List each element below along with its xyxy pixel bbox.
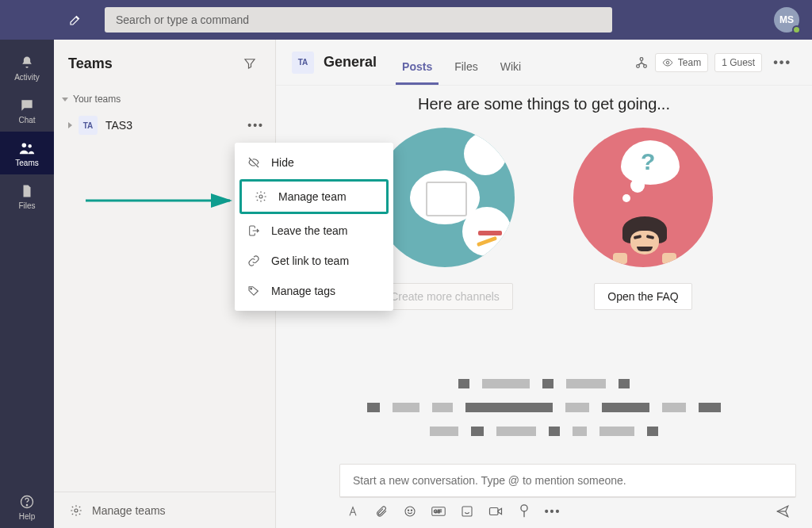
link-icon	[246, 253, 262, 269]
ctx-manage-tags[interactable]: Manage tags	[235, 276, 393, 306]
rail-label: Chat	[18, 116, 35, 124]
svg-point-19	[521, 505, 527, 511]
team-name: TAS3	[105, 119, 244, 132]
presence-available-icon	[792, 25, 801, 34]
svg-point-13	[408, 510, 408, 511]
chat-icon	[18, 97, 36, 114]
svg-point-12	[405, 507, 415, 516]
tag-icon	[246, 283, 262, 299]
svg-rect-18	[490, 508, 499, 515]
leave-icon	[246, 223, 262, 239]
ctx-label: Manage team	[278, 190, 347, 203]
more-icon[interactable]: •••	[546, 504, 560, 518]
attach-icon[interactable]	[374, 504, 389, 518]
rail-activity[interactable]: Activity	[0, 46, 54, 89]
bell-icon	[18, 54, 36, 71]
stream-icon[interactable]	[517, 504, 531, 518]
tab-files[interactable]: Files	[448, 60, 485, 85]
hero-title: Here are some things to get going...	[418, 95, 670, 113]
svg-point-10	[643, 64, 646, 67]
guests-pill[interactable]: 1 Guest	[714, 53, 762, 72]
team-avatar: TA	[79, 116, 98, 135]
filter-icon[interactable]	[239, 52, 261, 75]
rail-help[interactable]: Help	[0, 485, 54, 528]
app-rail: Activity Chat Teams Files Help	[0, 40, 54, 528]
org-chart-icon[interactable]	[634, 55, 649, 70]
team-context-menu: Hide Manage team Leave the team Get link…	[235, 143, 393, 311]
emoji-icon[interactable]	[403, 504, 417, 518]
team-row-tas3[interactable]: TA TAS3 •••	[54, 111, 275, 140]
channel-tabs: Posts Files Wiki	[391, 40, 532, 85]
channel-team-avatar: TA	[292, 52, 314, 74]
chevron-right-icon	[68, 122, 72, 128]
composer-input[interactable]: Start a new conversation. Type @ to ment…	[339, 464, 796, 498]
rail-label: Activity	[14, 73, 40, 82]
search-placeholder: Search or type a command	[116, 13, 249, 26]
teams-icon	[18, 140, 36, 157]
ctx-label: Leave the team	[271, 224, 348, 237]
svg-point-0	[22, 143, 26, 147]
svg-point-1	[28, 144, 31, 147]
svg-text:GIF: GIF	[434, 509, 442, 514]
ctx-get-link[interactable]: Get link to team	[235, 246, 393, 276]
svg-point-7	[251, 288, 252, 289]
channels-illustration	[375, 128, 515, 267]
ctx-hide[interactable]: Hide	[235, 147, 393, 178]
card-open-faq: ? Open the FAQ	[564, 128, 722, 310]
meet-now-icon[interactable]	[488, 504, 503, 518]
composer-area: Start a new conversation. Type @ to ment…	[276, 464, 812, 528]
channel-header: TA General Posts Files Wiki Team 1 Guest…	[276, 40, 812, 86]
team-more-icon[interactable]: •••	[244, 119, 267, 132]
send-icon[interactable]	[776, 504, 790, 518]
rail-label: Files	[18, 201, 35, 210]
group-label: Your teams	[73, 94, 121, 105]
ctx-manage-team[interactable]: Manage team	[239, 179, 389, 214]
visibility-pill[interactable]: Team	[655, 53, 708, 72]
compose-icon[interactable]	[68, 13, 82, 27]
gear-icon	[68, 503, 84, 518]
svg-point-3	[26, 504, 27, 505]
channel-name: General	[324, 54, 377, 71]
format-icon[interactable]	[346, 504, 360, 518]
rail-label: Help	[19, 512, 36, 521]
title-bar: Search or type a command MS	[0, 0, 812, 40]
manage-teams-label: Manage teams	[92, 504, 166, 517]
your-teams-group[interactable]: Your teams	[54, 87, 275, 111]
panel-header: Teams	[54, 40, 275, 87]
composer-toolbar: GIF •••	[339, 504, 796, 518]
rail-teams[interactable]: Teams	[0, 132, 54, 174]
composer-placeholder: Start a new conversation. Type @ to ment…	[353, 474, 626, 487]
ctx-label: Get link to team	[271, 254, 349, 267]
gif-icon[interactable]: GIF	[431, 504, 446, 518]
eye-icon	[662, 57, 673, 68]
rail-files[interactable]: Files	[0, 174, 54, 217]
open-faq-button[interactable]: Open the FAQ	[594, 283, 692, 310]
tab-wiki[interactable]: Wiki	[494, 60, 527, 85]
svg-rect-17	[462, 507, 472, 516]
ctx-label: Hide	[271, 156, 294, 169]
svg-point-11	[666, 61, 669, 64]
svg-point-14	[411, 510, 412, 511]
user-avatar[interactable]: MS	[774, 7, 799, 33]
avatar-initials: MS	[779, 14, 794, 25]
sticker-icon[interactable]	[460, 504, 474, 518]
gear-icon	[253, 189, 269, 205]
svg-point-9	[636, 64, 639, 67]
manage-teams-button[interactable]: Manage teams	[54, 492, 275, 528]
hide-icon	[246, 155, 262, 170]
loading-skeleton	[276, 379, 812, 436]
svg-point-6	[259, 195, 262, 198]
faq-illustration: ?	[573, 128, 713, 267]
svg-point-8	[640, 57, 643, 60]
chevron-down-icon	[62, 98, 68, 101]
search-input[interactable]: Search or type a command	[105, 7, 612, 33]
create-channels-button[interactable]: Create more channels	[377, 283, 513, 310]
rail-chat[interactable]: Chat	[0, 89, 54, 132]
tab-posts[interactable]: Posts	[396, 60, 439, 85]
ctx-leave-team[interactable]: Leave the team	[235, 216, 393, 246]
panel-title: Teams	[68, 55, 239, 72]
ctx-label: Manage tags	[271, 285, 335, 297]
channel-more-icon[interactable]: •••	[768, 55, 796, 70]
help-icon	[18, 493, 36, 511]
files-icon	[18, 182, 36, 200]
